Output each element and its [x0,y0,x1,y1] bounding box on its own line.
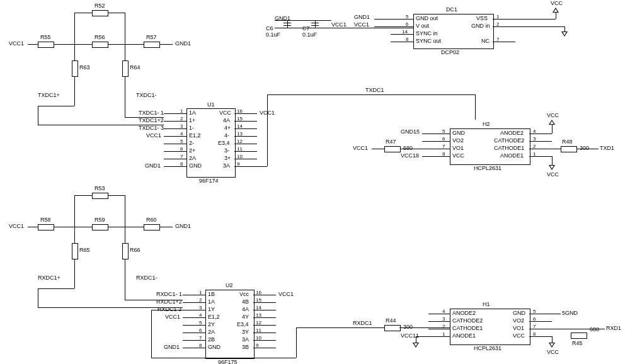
u1-pin-1a: 1A [189,110,196,116]
gnd-dc1 [561,31,568,37]
resistor-r47 [384,146,401,152]
u2-net2: RXDC1+2 [156,299,181,305]
h1-r3: VO1 [513,325,524,331]
u1-pin-3m: 3- [224,147,229,154]
r45-label: R45 [572,340,583,346]
vcc-h2t [549,120,555,125]
resistor-r63 [72,60,78,77]
u2-n6: 6 [199,327,202,333]
h2-l1: GND [452,130,465,136]
h2-r3: CATHODE1 [494,145,524,151]
h1-r4: VCC [513,333,525,339]
dc1-l1: GND out [416,15,438,21]
u2-pin-1b: 1B [208,291,215,297]
dc1-vcc1: VCC1 [354,21,369,28]
u1-pin-2a: 2A [189,155,196,161]
u2-n2: 2 [199,297,202,303]
resistor-r53 [92,193,108,199]
u2-net16: VCC1 [278,291,294,297]
u2-pin-3a: 3A [242,336,249,343]
dc1-ln2: 6 [406,21,408,27]
u2-pin-4a: 4A [242,306,249,312]
resistor-r55 [38,42,54,48]
h2-l3: VO1 [452,145,464,151]
u2-net1: RXDC1- 1 [156,291,181,297]
net-txdc1m: TXDC1- [136,92,157,98]
u2-n3: 3 [199,305,202,310]
u1-n16: 16 [237,108,243,114]
resistor-r56 [92,42,108,48]
u2-pin-gnd: GND [208,344,220,350]
h2-r2: CATHODE2 [494,137,524,144]
net-gnd1-bl: GND1 [175,223,191,229]
dc1-ln3: 14 [402,29,408,35]
u2-pin-4b: 4B [242,299,249,305]
u2-pin-3b: 3B [242,344,249,350]
h1-l1: ANODE2 [452,310,476,316]
u1-pin-1m: 1- [189,125,194,131]
h1-l4: ANODE1 [452,333,476,339]
dc1-r2: GND in [471,23,490,29]
r65-label: R65 [79,247,90,253]
h2-r4: ANODE1 [500,152,524,159]
h1-l3: CATHODE1 [452,325,483,331]
dc1-r1: VSS [476,15,488,21]
u2-ref: U2 [226,282,233,288]
vcc-h2b [549,165,555,170]
r60-label: R60 [146,217,157,223]
r52-label: R52 [94,3,105,9]
u1-pin-4a: 4A [223,117,230,123]
h1-r1: GND [513,310,525,316]
r58-label: R58 [40,217,51,223]
u2-pin-2y: 2Y [208,321,215,327]
u2-n1: 1 [199,290,202,295]
resistor-r45 [571,333,587,339]
r44-label: R44 [386,317,396,324]
u1-net2: TXDC1+2 [139,117,163,123]
r45-val: 680 [590,326,599,333]
u1-n6: 6 [180,146,183,152]
u2-pin-3y: 3Y [242,329,249,335]
u1-n7: 7 [180,154,183,159]
c7-val: 0.1uF [302,31,317,38]
u2-n4: 4 [199,312,202,318]
c6-vcc1: VCC1 [331,21,346,28]
u1-pin-4m: 4- [224,132,229,139]
u2-pin-vcc: Vcc [239,291,249,297]
vcc-h1r [549,343,555,348]
h2-r1: ANODE2 [500,130,524,136]
u2-pin-2a: 2A [208,329,215,335]
u2-net8: GND1 [164,344,180,350]
net-rxdc1m: RXDC1- [136,275,158,281]
net-txd1: TXD1 [600,145,614,151]
dc1-ln1: 5 [406,14,408,20]
dc1-vcc: VCC [551,0,563,6]
dc1-gnd1: GND1 [354,14,370,20]
vcc-dc1 [553,8,559,13]
r44-val: 300 [403,324,413,330]
u2-n12: 12 [256,320,261,326]
net-rxdc1-m: RXDC1 [353,320,372,326]
u2-n5: 5 [199,320,202,326]
u1-n2: 2 [180,116,183,122]
u1-part: 96F174 [199,178,219,184]
r57-label: R57 [146,34,157,40]
dc1-l2: V out [416,23,429,29]
u1-n10: 10 [237,154,243,159]
r48-val: 300 [580,145,589,151]
u2-n10: 10 [256,335,261,341]
h1-l2: CATHODE2 [452,317,483,324]
resistor-r57 [144,42,160,48]
u1-n13: 13 [237,131,243,137]
u2-n14: 14 [256,305,261,310]
u1-n8: 8 [180,161,183,167]
dc1-ref: DC1 [446,6,457,13]
u2-n11: 11 [256,327,261,333]
r47-label: R47 [386,139,396,145]
u2-n16: 16 [256,290,261,295]
h2-vcc18: VCC18 [401,152,419,159]
r66-label: R66 [130,247,140,253]
net-txdc1: TXDC1 [365,87,384,93]
u2-n9: 9 [256,343,258,348]
u1-n5: 5 [180,139,183,144]
